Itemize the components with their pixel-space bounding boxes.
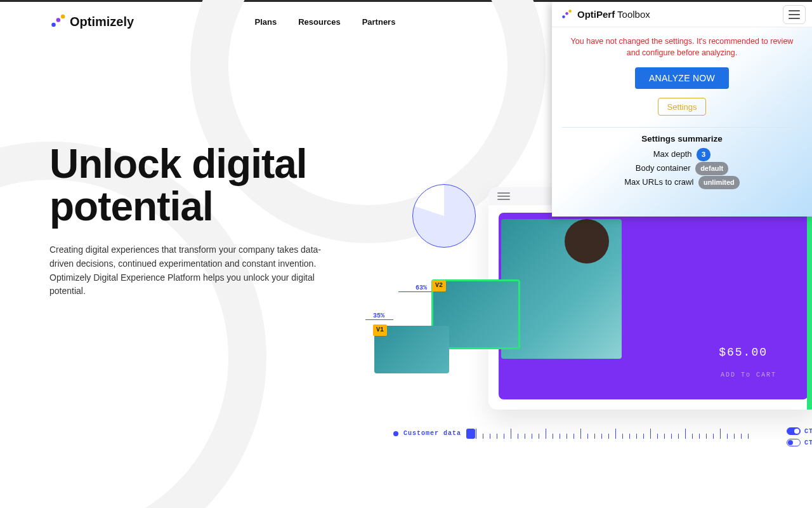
pct-35: 35%: [373, 313, 384, 319]
svg-point-4: [565, 12, 568, 15]
extension-panel: OptiPerf Toolbox You have not changed th…: [552, 2, 812, 217]
urls-pill: unlimited: [698, 176, 740, 189]
toggle-off-icon: [787, 439, 801, 446]
urls-label: Max URLs to crawl: [624, 177, 693, 187]
svg-point-0: [51, 23, 56, 27]
panel-brand-bold: OptiPerf: [577, 9, 615, 20]
site-logo-text: Optimizely: [70, 15, 134, 29]
v1-badge: V1: [373, 324, 387, 336]
tick-marks: [476, 426, 793, 439]
mock-price: $65.00: [719, 346, 768, 359]
settings-button[interactable]: Settings: [658, 98, 707, 116]
body-label: Body container: [636, 163, 691, 173]
leader-35: [365, 319, 393, 320]
svg-point-5: [568, 10, 572, 13]
panel-menu-button[interactable]: [783, 5, 806, 24]
svg-point-1: [56, 18, 61, 22]
svg-point-3: [562, 15, 565, 18]
hero-title: Unlock digital potential: [49, 143, 367, 228]
panel-brand-light: Toolbox: [617, 9, 650, 20]
optimizely-logo-icon: [49, 13, 66, 30]
cta-legend: CTA #1 CTA #2: [787, 426, 812, 449]
optiperf-logo-icon: [561, 9, 572, 20]
pct-63: 63%: [416, 285, 427, 291]
analyze-button[interactable]: ANALYZE NOW: [635, 67, 729, 89]
database-icon: [466, 429, 475, 439]
panel-brand: OptiPerf Toolbox: [561, 9, 650, 20]
dot-icon: [393, 431, 398, 436]
pie-chart-icon: [412, 184, 476, 248]
customer-data-text: Customer data: [403, 431, 461, 437]
summary-body-container: Body container default: [560, 161, 804, 175]
toggle-on-icon: [787, 427, 801, 435]
svg-point-2: [61, 15, 65, 19]
cta2-label: CTA #2: [804, 439, 812, 446]
panel-body: You have not changed the settings. It's …: [552, 27, 812, 196]
cta1-label: CTA #1: [804, 428, 812, 435]
depth-pill: 3: [697, 148, 710, 161]
panel-header: OptiPerf Toolbox: [552, 2, 812, 27]
body-pill: default: [695, 162, 728, 175]
hero-photo-variant-1: V1: [374, 326, 449, 373]
summary-urls: Max URLs to crawl unlimited: [560, 175, 804, 189]
customer-data-label: Customer data: [393, 429, 475, 439]
panel-divider: [562, 127, 802, 128]
summary-depth: Max depth 3: [560, 147, 804, 161]
mock-add-to-cart: ADD To CART: [721, 371, 776, 378]
panel-warning: You have not changed the settings. It's …: [560, 36, 804, 58]
mock-green-accent: [807, 208, 812, 410]
hero-body: Creating digital experiences that transf…: [49, 243, 322, 298]
leader-63: [398, 291, 431, 292]
summary-title: Settings summarize: [560, 134, 804, 144]
hero-text: Unlock digital potential Creating digita…: [49, 143, 367, 298]
v2-badge: V2: [432, 280, 446, 291]
depth-label: Max depth: [653, 149, 692, 159]
site-logo[interactable]: Optimizely: [49, 13, 134, 30]
